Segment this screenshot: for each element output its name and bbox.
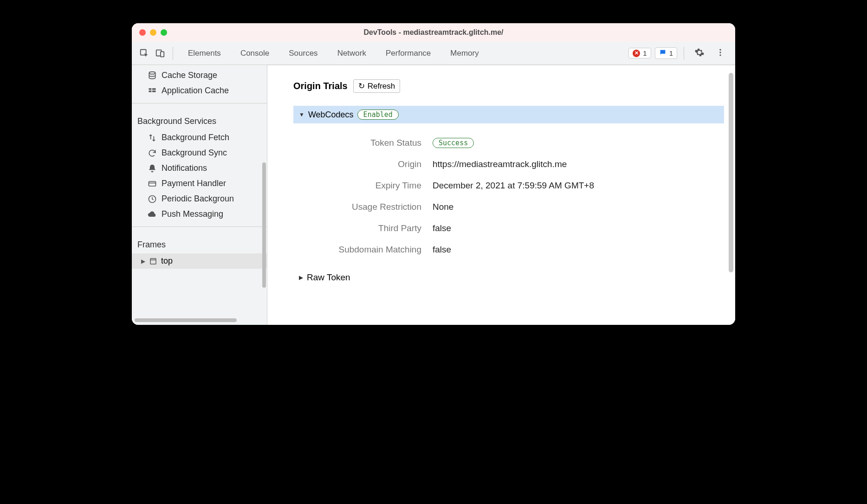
origin-trials-header: Origin Trials ↻ Refresh [293,79,724,93]
devtools-toolbar: Elements Console Sources Network Perform… [132,42,735,65]
toolbar-divider-2 [684,47,684,60]
row-third-party: Third Party false [293,218,724,239]
minimize-window-button[interactable] [150,29,156,36]
origin-trials-panel: Origin Trials ↻ Refresh ▼ WebCodecs Enab… [267,65,735,325]
device-toggle-icon[interactable] [154,47,166,59]
value-token-status: Success [433,137,474,148]
issues-badge[interactable]: 1 [655,47,677,59]
svg-rect-13 [150,258,156,264]
label-token-status: Token Status [293,138,433,148]
database-icon [148,71,157,80]
grid-icon [148,86,157,96]
close-window-button[interactable] [139,29,146,36]
sidebar-item-label: Periodic Backgroun [162,194,234,204]
sidebar-item-label: Payment Handler [162,179,226,188]
sidebar-vertical-scrollbar[interactable] [262,162,266,288]
sidebar-item-payment-handler[interactable]: Payment Handler [132,176,267,191]
svg-point-4 [719,52,721,53]
panel-body: Cache Storage Application Cache Backgrou… [132,65,735,325]
label-origin: Origin [293,159,433,169]
row-subdomain-matching: Subdomain Matching false [293,239,724,260]
expand-triangle-icon: ▶ [299,274,303,281]
devtools-window: DevTools - mediastreamtrack.glitch.me/ E… [132,23,735,325]
label-expiry: Expiry Time [293,181,433,191]
refresh-label: Refresh [368,82,395,91]
toolbar-divider [173,47,173,60]
svg-rect-8 [152,88,156,90]
application-sidebar: Cache Storage Application Cache Backgrou… [132,65,267,325]
sidebar-divider [132,103,267,103]
credit-card-icon [148,179,157,188]
svg-point-3 [719,49,721,50]
refresh-button[interactable]: ↻ Refresh [353,79,401,93]
trial-status-badge: Enabled [357,110,399,120]
sidebar-item-notifications[interactable]: Notifications [132,161,267,176]
main-vertical-scrollbar[interactable] [729,73,733,272]
svg-point-6 [149,71,155,74]
svg-rect-2 [161,52,164,57]
tab-console[interactable]: Console [232,45,278,62]
collapse-triangle-icon: ▼ [299,111,304,118]
trial-name: WebCodecs [308,110,354,120]
sidebar-heading-background-services: Background Services [132,108,267,130]
errors-badge[interactable]: ✕ 1 [628,48,651,58]
svg-rect-7 [149,88,152,90]
more-menu-icon[interactable] [712,46,729,61]
tab-elements[interactable]: Elements [180,45,229,62]
sidebar-horizontal-scrollbar[interactable] [135,318,237,322]
sidebar-item-periodic-background[interactable]: Periodic Backgroun [132,191,267,207]
sidebar-item-application-cache[interactable]: Application Cache [132,83,267,98]
tab-sources[interactable]: Sources [280,45,326,62]
row-usage-restriction: Usage Restriction None [293,196,724,218]
value-origin: https://mediastreamtrack.glitch.me [433,159,567,169]
raw-token-toggle[interactable]: ▶ Raw Token [293,272,724,283]
refresh-icon: ↻ [358,81,365,91]
cloud-icon [148,210,157,219]
sync-icon [148,149,157,158]
sidebar-item-label: Background Fetch [162,133,229,142]
issues-icon [659,49,666,58]
label-usage-restriction: Usage Restriction [293,202,433,212]
svg-point-5 [719,54,721,56]
zoom-window-button[interactable] [161,29,167,36]
tab-network[interactable]: Network [329,45,375,62]
sidebar-item-label: Cache Storage [162,71,217,80]
sidebar-item-background-fetch[interactable]: Background Fetch [132,130,267,145]
transfer-icon [148,133,157,142]
tab-memory[interactable]: Memory [442,45,487,62]
sidebar-item-background-sync[interactable]: Background Sync [132,145,267,161]
settings-icon[interactable] [691,45,708,61]
traffic-lights [139,29,167,36]
label-subdomain-matching: Subdomain Matching [293,245,433,255]
sidebar-divider-2 [132,226,267,227]
trial-webcodecs-row[interactable]: ▼ WebCodecs Enabled [293,106,724,123]
trial-details: Token Status Success Origin https://medi… [293,132,724,260]
sidebar-item-push-messaging[interactable]: Push Messaging [132,207,267,222]
svg-rect-10 [152,90,156,92]
sidebar-item-cache-storage[interactable]: Cache Storage [132,68,267,83]
issues-count: 1 [669,49,673,57]
frame-top[interactable]: ▶ top [132,253,267,269]
sidebar-item-label: Background Sync [162,148,227,158]
sidebar-item-label: Application Cache [162,86,229,96]
expand-triangle-icon: ▶ [141,258,145,265]
svg-rect-11 [149,181,156,186]
panel-heading: Origin Trials [293,81,348,91]
row-expiry: Expiry Time December 2, 2021 at 7:59:59 … [293,175,724,196]
tab-performance[interactable]: Performance [377,45,439,62]
window-titlebar: DevTools - mediastreamtrack.glitch.me/ [132,23,735,42]
sidebar-heading-frames: Frames [132,232,267,253]
devtools-tabs: Elements Console Sources Network Perform… [180,45,487,62]
row-origin: Origin https://mediastreamtrack.glitch.m… [293,154,724,175]
frame-icon [149,257,157,265]
sidebar-item-label: Push Messaging [162,209,223,219]
sidebar-item-label: Notifications [162,163,207,173]
errors-count: 1 [643,49,647,57]
value-subdomain-matching: false [433,245,451,255]
raw-token-label: Raw Token [307,272,350,283]
value-usage-restriction: None [433,202,453,212]
inspect-element-icon[interactable] [138,47,150,59]
value-expiry: December 2, 2021 at 7:59:59 AM GMT+8 [433,181,594,191]
clock-icon [148,194,157,204]
frame-label: top [161,256,173,266]
